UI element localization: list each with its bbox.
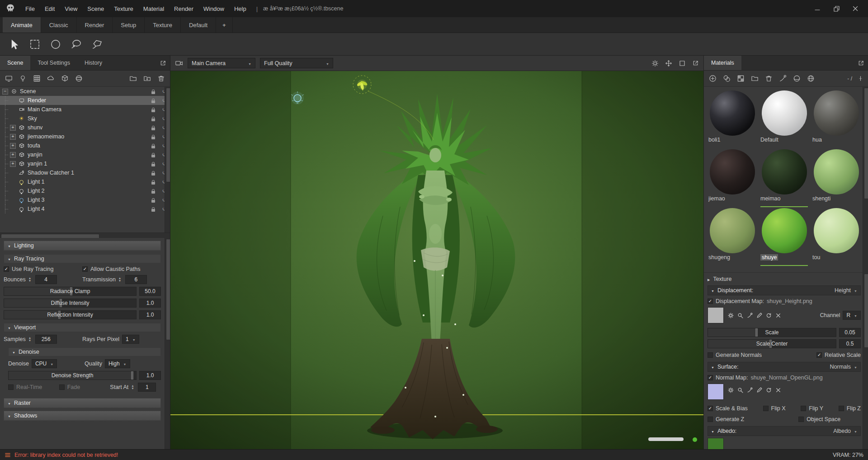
albedo-mode-dropdown[interactable]: Albedo — [833, 428, 857, 434]
globe-icon[interactable] — [807, 74, 815, 83]
remove-map-icon[interactable] — [775, 313, 781, 318]
refresh-icon[interactable] — [766, 313, 772, 318]
texture-section-header[interactable]: Texture — [708, 275, 861, 284]
map-filename[interactable]: shuye_Normal_OpenGL.png — [751, 375, 823, 381]
eyedropper-icon[interactable] — [747, 387, 753, 393]
folder-icon[interactable] — [750, 74, 759, 83]
displacement-scale-slider[interactable]: Scale — [708, 328, 836, 337]
transmission-stepper[interactable] — [118, 277, 123, 282]
material-shuye[interactable]: shuye — [760, 207, 809, 266]
tree-row-main-camera[interactable]: Main Camera — [0, 105, 170, 114]
menu-window[interactable]: Window — [199, 4, 229, 14]
lock-icon[interactable] — [147, 98, 159, 103]
generate-z-checkbox[interactable]: Generate Z — [708, 416, 744, 422]
lock-icon[interactable] — [147, 189, 159, 194]
material-jiemao[interactable]: jiemao — [708, 148, 757, 207]
tree-row-light-1[interactable]: Light 1 — [0, 177, 170, 186]
menu-scene[interactable]: Scene — [83, 4, 108, 14]
tree-horizontal-scrollbar[interactable] — [0, 232, 170, 238]
add-fog-icon[interactable] — [47, 74, 55, 83]
tree-collapse-icon[interactable] — [2, 89, 8, 95]
use-ray-tracing-checkbox[interactable]: Use Ray Tracing — [4, 266, 82, 272]
lock-icon[interactable] — [147, 207, 159, 212]
reflection-intensity-slider[interactable]: Reflection Intensity — [4, 310, 137, 319]
workspace-tab-render[interactable]: Render — [77, 17, 113, 33]
generate-normals-checkbox[interactable]: Generate Normals — [708, 352, 762, 358]
thumbnail-size-control[interactable]: - / — [847, 76, 852, 82]
start-at-stepper[interactable] — [131, 384, 135, 390]
tree-expand-icon[interactable] — [10, 161, 16, 167]
samples-value[interactable]: 256 — [35, 335, 57, 344]
displacement-map-checkbox[interactable] — [708, 299, 713, 304]
bounces-stepper[interactable] — [28, 277, 33, 282]
albedo-section-header[interactable]: Albedo: Albedo — [708, 426, 861, 436]
delete-icon[interactable] — [764, 74, 773, 83]
restore-button[interactable] — [828, 3, 844, 14]
displacement-mode-dropdown[interactable]: Height — [835, 287, 857, 294]
object-space-checkbox[interactable]: Object Space — [798, 416, 840, 422]
material-boli1[interactable]: boli1 — [708, 90, 757, 148]
add-workspace-tab-button[interactable]: + — [216, 17, 233, 33]
add-render-icon[interactable] — [5, 74, 13, 83]
tree-row-render[interactable]: Render — [0, 96, 170, 105]
lock-icon[interactable] — [147, 171, 159, 175]
pencil-icon[interactable] — [756, 387, 762, 393]
checker-icon[interactable] — [736, 74, 745, 83]
add-model-icon[interactable] — [61, 74, 69, 83]
add-shaderball-icon[interactable] — [75, 74, 83, 83]
add-light-icon[interactable] — [19, 74, 27, 83]
magnifier-icon[interactable] — [737, 313, 743, 318]
surface-section-header[interactable]: Surface: Normals — [708, 362, 861, 372]
normal-map-checkbox[interactable] — [708, 375, 713, 380]
tree-row-scene-root[interactable]: Scene — [0, 87, 170, 96]
tree-row-sky[interactable]: Sky — [0, 114, 170, 123]
albedo-map-thumbnail[interactable] — [708, 438, 724, 449]
raster-section-header[interactable]: Raster — [4, 398, 161, 408]
displacement-section-header[interactable]: Displacement: Height — [708, 285, 861, 295]
marquee-circle-tool-icon[interactable] — [50, 38, 61, 50]
real-time-checkbox[interactable]: Real-Time — [8, 384, 59, 390]
ray-tracing-section-header[interactable]: Ray Tracing — [4, 254, 161, 263]
menu-edit[interactable]: Edit — [40, 4, 59, 14]
popout-panel-icon[interactable] — [160, 60, 166, 66]
workspace-tab-animate[interactable]: Animate — [3, 17, 41, 33]
error-list-icon[interactable] — [5, 452, 11, 458]
magnifier-icon[interactable] — [737, 387, 743, 393]
flip-x-checkbox[interactable]: Flip X — [763, 405, 786, 412]
viewport-settings-gear-icon[interactable] — [651, 60, 659, 67]
radiance-clamp-slider[interactable]: Radiance Clamp — [4, 287, 137, 296]
denoise-quality-dropdown[interactable]: High — [105, 359, 130, 368]
material-shugeng[interactable]: shugeng — [708, 207, 757, 266]
tree-scrollbar[interactable] — [165, 87, 170, 232]
camera-select-dropdown[interactable]: Main Camera — [188, 58, 255, 68]
texture-settings-scrollbar[interactable] — [863, 273, 868, 449]
displacement-scale-value[interactable]: 0.05 — [839, 328, 861, 337]
tab-tool-settings[interactable]: Tool Settings — [30, 56, 77, 70]
viewport-section-header[interactable]: Viewport — [4, 323, 161, 332]
menu-help[interactable]: Help — [230, 4, 251, 14]
scale-center-slider[interactable]: Scale Center — [708, 339, 836, 348]
lock-icon[interactable] — [147, 107, 159, 112]
material-shengti[interactable]: shengti — [811, 148, 861, 207]
denoise-strength-slider[interactable]: Denoise Strength — [8, 371, 137, 380]
scale-bias-checkbox[interactable]: Scale & Bias — [708, 405, 748, 412]
lasso-tool-icon[interactable] — [71, 38, 82, 50]
normal-map-thumbnail[interactable] — [708, 384, 724, 400]
map-filename[interactable]: shuye_Height.png — [767, 298, 812, 304]
channel-dropdown[interactable]: R — [843, 311, 861, 320]
lighting-section-header[interactable]: Lighting — [4, 241, 161, 251]
scale-center-value[interactable]: 0.5 — [839, 339, 861, 348]
tree-expand-icon[interactable] — [10, 143, 16, 149]
denoise-section-header[interactable]: Denoise — [8, 347, 161, 356]
tab-history[interactable]: History — [77, 56, 109, 70]
popout-panel-icon[interactable] — [858, 60, 864, 66]
shadows-section-header[interactable]: Shadows — [4, 411, 161, 421]
diffuse-intensity-value[interactable]: 1.0 — [139, 299, 161, 308]
diffuse-intensity-slider[interactable]: Diffuse Intensity — [4, 299, 137, 308]
workspace-tab-default[interactable]: Default — [181, 17, 216, 33]
transmission-value[interactable]: 6 — [125, 275, 147, 284]
tree-row-jiemaomeimao[interactable]: jiemaomeimao — [0, 132, 170, 141]
shaderball-icon[interactable] — [793, 74, 801, 83]
tab-scene[interactable]: Scene — [0, 56, 30, 70]
bounces-value[interactable]: 4 — [35, 275, 57, 284]
